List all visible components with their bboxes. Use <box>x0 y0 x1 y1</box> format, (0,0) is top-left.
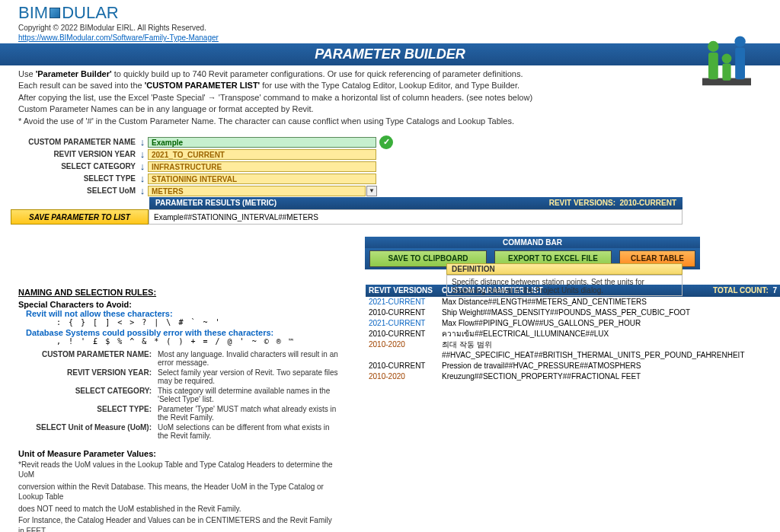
rules-grid: CUSTOM PARAMETER NAME:Most any language.… <box>18 350 340 440</box>
arrow-icon: ↓ <box>137 173 148 184</box>
uom-section-header: Unit of Measure Parameter Values: <box>18 449 340 458</box>
table-row: 2010-CURRENTความเข้ม##ELECTRICAL_ILLUMIN… <box>366 329 780 339</box>
custom-list-rows: 2021-CURRENTMax Distance##LENGTH##METERS… <box>366 297 780 382</box>
revit-year-select[interactable]: 2021_TO_CURRENT <box>148 149 376 160</box>
uom-p4: For Instance, the Catalog Header and Val… <box>18 515 340 532</box>
copyright-text: Copyright © 2022 BIModular EIRL. All Rig… <box>0 23 780 33</box>
table-row: 2021-CURRENTMax Flow##PIPING_FLOW##US_GA… <box>366 318 780 329</box>
table-row: 2010-CURRENTPression de travail##HVAC_PR… <box>366 361 780 371</box>
custom-name-input[interactable]: Example <box>148 137 376 148</box>
arrow-icon: ↓ <box>137 161 148 172</box>
label-category: SELECT CATEGORY <box>0 162 137 170</box>
special-chars-header: Special Characters to Avoid: <box>18 300 340 309</box>
definition-header: DEFINITION <box>446 263 682 275</box>
svg-point-1 <box>708 41 718 52</box>
param-results-header: PARAMETER RESULTS (METRIC) REVIT VERSION… <box>149 197 682 209</box>
label-name: CUSTOM PARAMETER NAME <box>0 138 137 146</box>
parameter-result: Example##STATIONING_INTERVAL##METERS <box>149 209 682 225</box>
title-bar: PARAMETER BUILDER <box>0 43 780 65</box>
arrow-icon: ↓ <box>137 185 148 196</box>
cube-icon <box>50 8 60 18</box>
arrow-icon: ↓ <box>137 148 148 160</box>
label-uom: SELECT UoM <box>0 186 137 195</box>
label-year: REVIT VERSION YEAR <box>0 150 137 158</box>
svg-point-5 <box>722 54 732 64</box>
arrow-icon: ↓ <box>137 136 148 148</box>
brand-logo: BIMDULAR <box>0 0 780 23</box>
svg-rect-4 <box>735 48 745 80</box>
uom-select[interactable]: METERS <box>148 186 366 196</box>
type-select[interactable]: STATIONING INTERVAL <box>148 174 376 184</box>
db-chars: , ! ' £ $ % ^ & * ( ) + = / @ ' ~ © ® ™ <box>56 337 340 346</box>
uom-p2: conversion within the Revit Database. Th… <box>18 482 340 502</box>
dropdown-icon[interactable]: ▼ <box>366 186 377 196</box>
intro-text: Use 'Parameter Builder' to quickly build… <box>0 65 780 129</box>
svg-point-3 <box>734 36 745 46</box>
db-error-header: Database Systems could possibly error wi… <box>26 328 340 337</box>
people-icon <box>696 28 757 89</box>
label-type: SELECT TYPE <box>0 174 137 183</box>
table-row: 2010-CURRENTShip Weight##MASS_DENSITY##P… <box>366 307 780 318</box>
category-select[interactable]: INFRASTRUCTURE <box>148 161 376 172</box>
definition-body: Specific distance between station points… <box>446 275 682 296</box>
revit-disallow-header: Revit will not allow these characters: <box>26 309 340 318</box>
table-row: 2010-2020Kreuzung##SECTION_PROPERTY##FRA… <box>366 371 780 382</box>
checkmark-icon: ✓ <box>379 135 393 149</box>
uom-p1: *Revit reads the UoM values in the Looku… <box>18 460 340 480</box>
table-row: 2010-2020최대 작동 범위##HVAC_SPECIFIC_HEAT##B… <box>366 339 780 361</box>
svg-rect-6 <box>722 63 730 80</box>
svg-rect-2 <box>708 53 718 79</box>
table-row: 2021-CURRENTMax Distance##LENGTH##METERS… <box>366 297 780 307</box>
command-bar-header: COMMAND BAR <box>365 237 700 248</box>
revit-chars: : { } [ ] < > ? | \ # ` ~ ' <box>56 318 340 327</box>
naming-rules-header: NAMING AND SELECTION RULES: <box>18 288 340 297</box>
uom-p3: does NOT need to match the UoM establish… <box>18 504 340 514</box>
product-link[interactable]: https://www.BIModular.com/Software/Famil… <box>0 33 237 42</box>
save-parameter-button[interactable]: SAVE PARAMETER TO LIST <box>11 209 149 225</box>
